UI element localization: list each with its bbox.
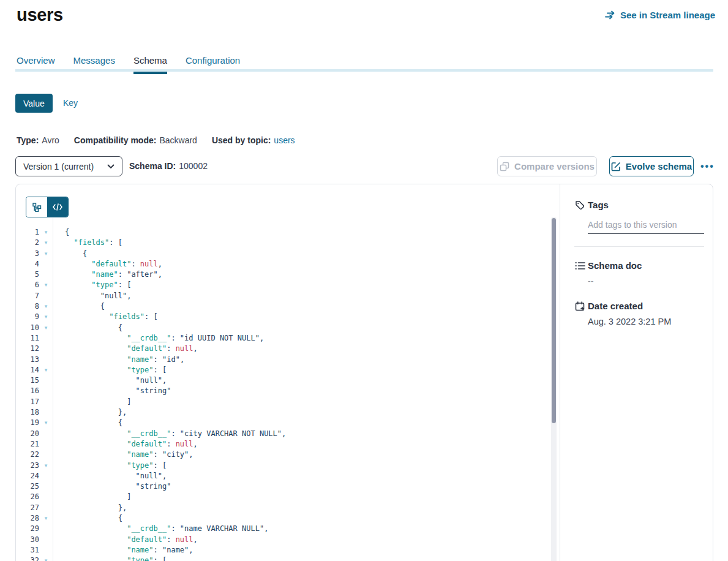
- fold-spacer: [39, 355, 53, 365]
- code-line: 12 "default": null,: [16, 344, 561, 354]
- schema-info-sidebar: Tags Schema doc -- Da: [560, 184, 713, 561]
- fold-spacer: [39, 333, 53, 344]
- code-line: 17 ]: [16, 397, 561, 407]
- line-number: 15: [16, 375, 39, 386]
- fold-spacer: [39, 535, 53, 545]
- code-line: 26 ]: [16, 492, 561, 502]
- fold-arrow-icon[interactable]: ▾: [39, 249, 53, 259]
- fold-arrow-icon[interactable]: ▾: [39, 513, 53, 524]
- code-line: 5 "name": "after",: [16, 269, 561, 280]
- fold-arrow-icon[interactable]: ▾: [39, 555, 53, 561]
- line-number: 30: [16, 535, 39, 545]
- see-in-stream-lineage-link[interactable]: See in Stream lineage: [605, 10, 715, 20]
- code-line: 28▾ {: [16, 513, 561, 524]
- code-line: 22 "name": "city",: [16, 450, 561, 460]
- line-number: 2: [16, 238, 39, 248]
- tags-section-heading: Tags: [574, 200, 713, 210]
- fold-arrow-icon[interactable]: ▾: [39, 312, 53, 322]
- date-created-value: Aug. 3 2022 3:21 PM: [574, 317, 713, 326]
- line-number: 11: [16, 333, 39, 344]
- code-line: 1▾{: [16, 227, 561, 238]
- topic-link[interactable]: users: [274, 135, 295, 145]
- fold-arrow-icon[interactable]: ▾: [39, 280, 53, 290]
- date-created-heading-label: Date created: [588, 301, 643, 311]
- compare-versions-label: Compare versions: [514, 161, 595, 171]
- fold-spacer: [39, 439, 53, 450]
- code-text: "default": null,: [53, 439, 198, 450]
- compatibility-value: Backward: [159, 135, 197, 145]
- fold-arrow-icon[interactable]: ▾: [39, 238, 53, 248]
- line-number: 18: [16, 407, 39, 418]
- fold-arrow-icon[interactable]: ▾: [39, 301, 53, 312]
- code-text: "name": "id",: [53, 355, 184, 365]
- line-number: 24: [16, 471, 39, 481]
- fold-arrow-icon[interactable]: ▾: [39, 227, 53, 238]
- schema-meta-row: Type: Avro Compatibility mode: Backward …: [17, 135, 295, 145]
- line-number: 17: [16, 397, 39, 407]
- chevron-down-icon: [107, 164, 114, 169]
- code-line: 13 "name": "id",: [16, 355, 561, 365]
- fold-spacer: [39, 291, 53, 301]
- fold-spacer: [39, 397, 53, 407]
- fold-arrow-icon[interactable]: ▾: [39, 365, 53, 375]
- fold-spacer: [39, 429, 53, 439]
- fold-arrow-icon[interactable]: ▾: [39, 418, 53, 428]
- schema-doc-value: --: [574, 276, 713, 286]
- code-text: "fields": [: [53, 312, 158, 322]
- code-lines: 1▾{2▾ "fields": [3▾ {4 "default": null,5…: [16, 227, 561, 561]
- fold-spacer: [39, 407, 53, 418]
- value-toggle-button[interactable]: Value: [15, 94, 53, 113]
- calendar-plus-icon: [574, 301, 585, 311]
- line-number: 6: [16, 280, 39, 290]
- schema-code-editor[interactable]: 1▾{2▾ "fields": [3▾ {4 "default": null,5…: [16, 218, 561, 561]
- fold-spacer: [39, 524, 53, 534]
- fold-arrow-icon[interactable]: ▾: [39, 461, 53, 471]
- code-text: "name": "name",: [53, 545, 193, 555]
- code-view-button[interactable]: [47, 197, 68, 217]
- line-number: 23: [16, 461, 39, 471]
- page-title: users: [17, 5, 63, 25]
- code-line: 23▾ "type": [: [16, 461, 561, 471]
- edit-icon: [611, 162, 621, 171]
- compare-copy-icon: [500, 162, 509, 171]
- code-text: "type": [: [53, 280, 131, 290]
- code-text: "default": null,: [53, 344, 198, 354]
- code-line: 8▾ {: [16, 301, 561, 312]
- tag-icon: [574, 200, 585, 210]
- code-text: "null",: [53, 471, 167, 481]
- version-select[interactable]: Version 1 (current): [15, 156, 122, 176]
- fold-spacer: [39, 492, 53, 502]
- code-text: "null",: [53, 291, 131, 301]
- code-text: ]: [53, 492, 131, 502]
- fold-spacer: [39, 503, 53, 513]
- fold-arrow-icon[interactable]: ▾: [39, 323, 53, 333]
- code-text: "name": "city",: [53, 450, 193, 460]
- type-label: Type:: [17, 135, 39, 145]
- fold-spacer: [39, 545, 53, 555]
- tree-view-button[interactable]: [26, 197, 47, 217]
- code-line: 30 "default": null,: [16, 535, 561, 545]
- schema-doc-heading-label: Schema doc: [588, 260, 642, 271]
- code-line: 14▾ "type": [: [16, 365, 561, 375]
- line-number: 31: [16, 545, 39, 555]
- add-tags-input[interactable]: [588, 217, 704, 234]
- evolve-schema-button[interactable]: Evolve schema: [609, 156, 694, 176]
- line-number: 7: [16, 291, 39, 301]
- editor-scrollbar-thumb[interactable]: [552, 218, 556, 423]
- code-text: },: [53, 503, 127, 513]
- code-line: 18 },: [16, 407, 561, 418]
- code-view-icon: [53, 203, 62, 211]
- line-number: 1: [16, 227, 39, 238]
- code-line: 25 "string": [16, 481, 561, 492]
- date-created-section-heading: Date created: [574, 301, 713, 311]
- line-number: 8: [16, 301, 39, 312]
- tab-underline-track: [15, 69, 713, 72]
- editor-scrollbar[interactable]: [551, 217, 557, 561]
- code-line: 11 "__crdb__": "id UUID NOT NULL",: [16, 333, 561, 344]
- more-options-button[interactable]: •••: [700, 156, 715, 176]
- fold-spacer: [39, 386, 53, 396]
- code-text: "fields": [: [53, 238, 122, 248]
- compare-versions-button[interactable]: Compare versions: [497, 156, 597, 176]
- line-number: 21: [16, 439, 39, 450]
- key-toggle-button[interactable]: Key: [63, 98, 78, 108]
